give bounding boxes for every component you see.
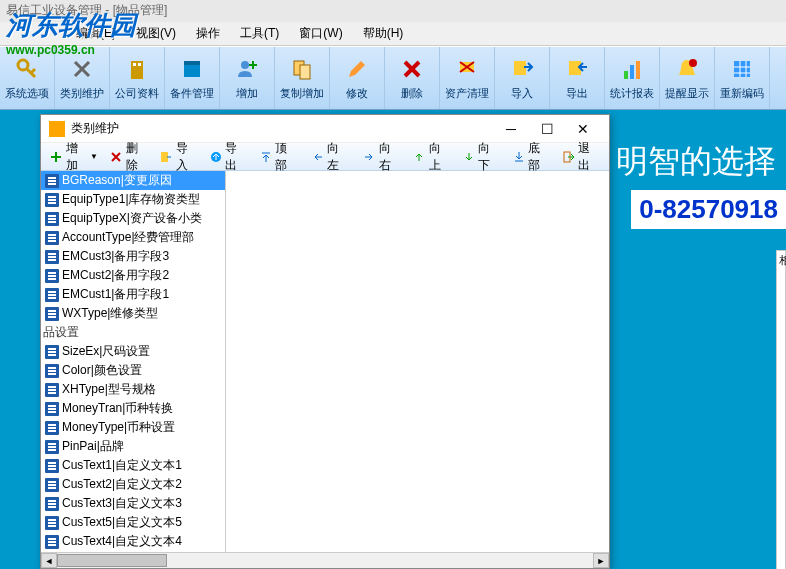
menu-view[interactable]: 视图(V) (126, 22, 186, 45)
dlg-top-button[interactable]: 顶部 (254, 138, 302, 176)
export-button[interactable]: 导出 (550, 47, 605, 109)
main-toolbar: 系统选项 类别维护 公司资料 备件管理 增加 复制增加 修改 删除 资产清理 导… (0, 46, 786, 110)
scroll-track[interactable] (57, 553, 226, 568)
tree-item[interactable]: AccountType|经费管理部 (41, 228, 225, 247)
tree-node-icon (45, 364, 59, 378)
phone-text: 0-82570918 (631, 190, 786, 229)
scroll-left-button[interactable]: ◄ (41, 553, 57, 568)
dlg-up-button[interactable]: 向上 (408, 138, 456, 176)
tree-item[interactable]: XHType|型号规格 (41, 380, 225, 399)
tree-item[interactable]: EMCust3|备用字段3 (41, 247, 225, 266)
stat-report-button[interactable]: 统计报表 (605, 47, 660, 109)
app-title-bar: 易信工业设备管理 - [物品管理] (0, 0, 786, 22)
dlg-delete-button[interactable]: 删除 (105, 138, 153, 176)
tree-item[interactable]: WXType|维修类型 (41, 304, 225, 323)
svg-rect-14 (636, 61, 640, 79)
tree-item[interactable]: CusText3|自定义文本3 (41, 494, 225, 513)
dlg-add-button[interactable]: 增加 ▼ (45, 138, 103, 176)
arrow-bottom-icon (512, 150, 525, 164)
tree-node-icon (45, 421, 59, 435)
tree-node-icon (45, 250, 59, 264)
tree-item[interactable]: CusText5|自定义文本5 (41, 513, 225, 532)
tree-item[interactable]: CusText4|自定义文本4 (41, 532, 225, 551)
renumber-button[interactable]: 重新编码 (715, 47, 770, 109)
tree-item-selected[interactable]: BGReason|变更原因 (41, 171, 225, 190)
menu-bar: 编辑(E) 视图(V) 操作 工具(T) 窗口(W) 帮助(H) (0, 22, 786, 46)
dialog-toolbar: 增加 ▼ 删除 导入 导出 顶部 向左 (41, 143, 609, 171)
chart-icon (618, 55, 646, 83)
svg-rect-12 (624, 71, 628, 79)
tree-item[interactable]: CusText1|自定义文本1 (41, 456, 225, 475)
system-options-button[interactable]: 系统选项 (0, 47, 55, 109)
arrow-right-icon (363, 150, 376, 164)
svg-rect-2 (133, 63, 136, 66)
tree-item[interactable]: Color|颜色设置 (41, 361, 225, 380)
dlg-down-button[interactable]: 向下 (458, 138, 506, 176)
tree-item[interactable]: EquipTypeX|资产设备小类 (41, 209, 225, 228)
tree-node-icon (45, 459, 59, 473)
tree-node-icon (45, 402, 59, 416)
tree-item[interactable]: EMCust1|备用字段1 (41, 285, 225, 304)
tree-item[interactable]: EMCust2|备用字段2 (41, 266, 225, 285)
svg-rect-8 (300, 65, 310, 79)
exit-icon (562, 150, 575, 164)
tree-node-icon (45, 383, 59, 397)
import-icon (508, 55, 536, 83)
import-button[interactable]: 导入 (495, 47, 550, 109)
dlg-left-button[interactable]: 向左 (306, 138, 354, 176)
dlg-export-button[interactable]: 导出 (205, 138, 253, 176)
tree-item[interactable]: MoneyTran|币种转换 (41, 399, 225, 418)
tree-item[interactable]: MoneyType|币种设置 (41, 418, 225, 437)
company-info-button[interactable]: 公司资料 (110, 47, 165, 109)
category-maintain-button[interactable]: 类别维护 (55, 47, 110, 109)
key-icon (13, 55, 41, 83)
svg-point-15 (689, 59, 697, 67)
dialog-title: 类别维护 (71, 120, 493, 137)
tree-node-icon (45, 497, 59, 511)
tree-node-icon (45, 193, 59, 207)
delete-button[interactable]: 删除 (385, 47, 440, 109)
svg-rect-4 (184, 65, 200, 77)
dlg-right-button[interactable]: 向右 (358, 138, 406, 176)
arrow-down-icon (463, 150, 476, 164)
plus-icon (50, 150, 63, 164)
arrow-up-icon (413, 150, 426, 164)
tree-panel[interactable]: BGReason|变更原因 EquipType1|库存物资类型 EquipTyp… (41, 171, 226, 568)
side-panel: 相 (776, 250, 786, 569)
tree-node-icon (45, 212, 59, 226)
tree-item[interactable]: CusText2|自定义文本2 (41, 475, 225, 494)
tree-item[interactable]: PinPai|品牌 (41, 437, 225, 456)
menu-help[interactable]: 帮助(H) (353, 22, 414, 45)
dlg-bottom-button[interactable]: 底部 (507, 138, 555, 176)
menu-tools[interactable]: 工具(T) (230, 22, 289, 45)
dlg-import-button[interactable]: 导入 (155, 138, 203, 176)
horizontal-scrollbar[interactable]: ◄ ► (41, 552, 226, 568)
modify-button[interactable]: 修改 (330, 47, 385, 109)
remind-show-button[interactable]: 提醒显示 (660, 47, 715, 109)
parts-manage-button[interactable]: 备件管理 (165, 47, 220, 109)
dlg-exit-button[interactable]: 退出 (557, 138, 605, 176)
scroll-thumb[interactable] (57, 554, 167, 567)
svg-rect-16 (734, 61, 750, 77)
app-title: 易信工业设备管理 - [物品管理] (6, 3, 167, 17)
asset-clean-button[interactable]: 资产清理 (440, 47, 495, 109)
tree-node-icon (45, 288, 59, 302)
clean-icon (453, 55, 481, 83)
edit-icon (343, 55, 371, 83)
tree-item[interactable]: EquipType1|库存物资类型 (41, 190, 225, 209)
copy-add-button[interactable]: 复制增加 (275, 47, 330, 109)
add-button[interactable]: 增加 (220, 47, 275, 109)
add-user-icon (233, 55, 261, 83)
tree-item[interactable]: SizeEx|尺码设置 (41, 342, 225, 361)
tree-node-icon (45, 440, 59, 454)
export-icon (563, 55, 591, 83)
menu-action[interactable]: 操作 (186, 22, 230, 45)
menu-window[interactable]: 窗口(W) (289, 22, 352, 45)
tree-group-header[interactable]: 品设置 (41, 323, 225, 342)
svg-rect-1 (131, 61, 143, 79)
x-icon (110, 150, 123, 164)
menu-edit[interactable]: 编辑(E) (66, 22, 126, 45)
content-area: 明智的选择 0-82570918 相 类别维护 ─ ☐ ✕ 增加 ▼ 删除 导 (0, 110, 786, 569)
category-maintain-dialog: 类别维护 ─ ☐ ✕ 增加 ▼ 删除 导入 导出 (40, 114, 610, 569)
chevron-down-icon: ▼ (90, 152, 98, 161)
